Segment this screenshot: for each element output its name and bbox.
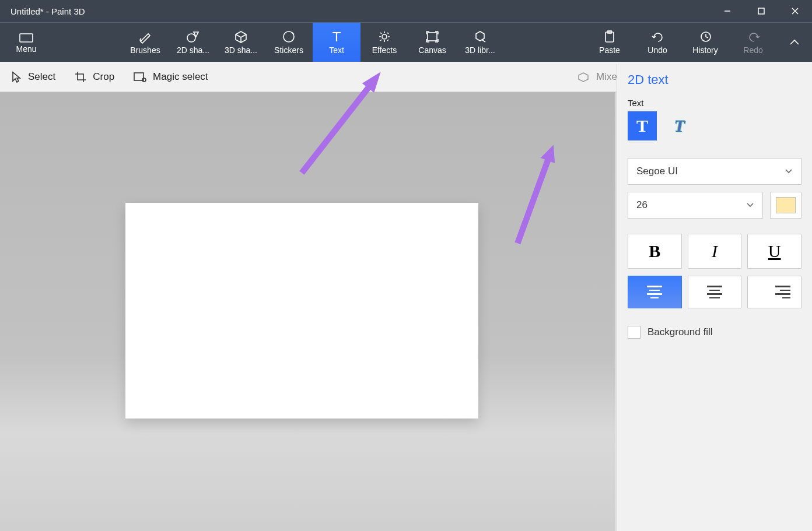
window-title: Untitled* - Paint 3D	[10, 6, 85, 16]
effects-icon	[377, 30, 392, 44]
tab-3d-shapes[interactable]: 3D sha...	[217, 23, 265, 62]
minimize-button[interactable]	[710, 0, 744, 22]
ribbon: Menu Brushes 2D sha... 3D sha... Sticker…	[0, 22, 812, 62]
chevron-down-icon	[785, 168, 793, 174]
canvas-icon	[425, 30, 440, 44]
shapes-2d-icon	[186, 30, 201, 44]
tab-effects[interactable]: Effects	[360, 23, 408, 62]
chevron-up-icon	[789, 39, 800, 46]
text-section-label: Text	[617, 98, 812, 111]
brush-icon	[138, 30, 153, 44]
titlebar: Untitled* - Paint 3D	[0, 0, 812, 22]
tab-brushes[interactable]: Brushes	[121, 23, 169, 62]
stickers-icon	[281, 30, 296, 44]
maximize-button[interactable]	[744, 0, 778, 22]
redo-button[interactable]: Redo	[729, 23, 777, 62]
font-family-select[interactable]: Segoe UI	[628, 158, 802, 185]
undo-button[interactable]: Undo	[634, 23, 681, 62]
svg-rect-4	[20, 34, 33, 42]
menu-button[interactable]: Menu	[0, 23, 52, 62]
color-chip	[776, 197, 796, 213]
background-fill-checkbox[interactable]: Background fill	[628, 326, 802, 339]
text-icon	[329, 30, 344, 44]
panel-title: 2D text	[617, 64, 812, 98]
svg-point-5	[187, 34, 195, 42]
crop-icon	[74, 71, 87, 83]
tab-3d-library[interactable]: 3D libr...	[456, 23, 504, 62]
close-button[interactable]	[778, 0, 812, 22]
history-icon	[698, 30, 712, 44]
paste-button[interactable]: Paste	[586, 23, 634, 62]
tab-canvas[interactable]: Canvas	[408, 23, 456, 62]
side-panel: 2D text Text T T Segoe UI 26 B I U Backg…	[617, 64, 812, 531]
italic-button[interactable]: I	[688, 234, 742, 269]
align-center-button[interactable]	[688, 276, 742, 308]
svg-rect-8	[428, 33, 437, 41]
tab-stickers[interactable]: Stickers	[265, 23, 313, 62]
cursor-icon	[10, 71, 22, 83]
crop-tool[interactable]: Crop	[74, 71, 114, 83]
paste-icon	[603, 30, 617, 44]
tab-2d-shapes[interactable]: 2D sha...	[169, 23, 217, 62]
svg-point-7	[382, 34, 387, 39]
redo-icon	[746, 30, 760, 44]
collapse-ribbon-button[interactable]	[777, 23, 812, 62]
library-icon	[473, 30, 488, 44]
svg-point-13	[142, 78, 146, 82]
shapes-3d-icon	[233, 30, 249, 44]
select-tool[interactable]: Select	[10, 71, 55, 83]
history-button[interactable]: History	[681, 23, 729, 62]
chevron-down-icon	[746, 202, 754, 208]
magic-select-tool[interactable]: Magic select	[133, 71, 208, 83]
text-type-3d[interactable]: T	[665, 111, 694, 140]
undo-icon	[650, 30, 664, 44]
align-left-button[interactable]	[628, 276, 682, 308]
magic-select-icon	[133, 71, 147, 83]
checkbox-box	[628, 326, 640, 339]
canvas-page[interactable]	[125, 203, 478, 419]
text-type-2d[interactable]: T	[628, 111, 657, 140]
tab-text[interactable]: Text	[313, 23, 360, 62]
text-color-swatch[interactable]	[770, 192, 802, 219]
folder-icon	[19, 31, 34, 43]
svg-rect-1	[758, 8, 764, 14]
underline-button[interactable]: U	[747, 234, 802, 269]
font-size-select[interactable]: 26	[628, 192, 763, 219]
align-right-button[interactable]	[747, 276, 802, 308]
mixed-reality-icon	[576, 71, 590, 83]
bold-button[interactable]: B	[628, 234, 682, 269]
